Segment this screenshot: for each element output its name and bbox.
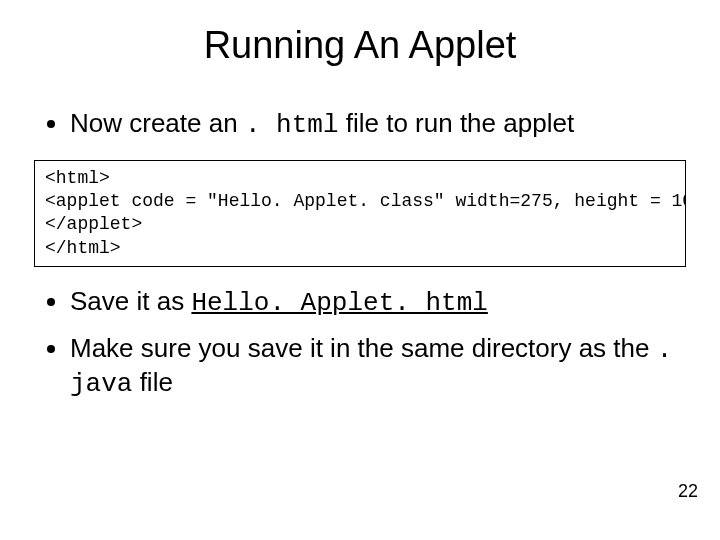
slide: Running An Applet Now create an . html f… (0, 0, 720, 540)
slide-body: Now create an . html file to run the app… (0, 77, 720, 401)
slide-title: Running An Applet (0, 0, 720, 77)
bullet-list-top: Now create an . html file to run the app… (30, 107, 690, 142)
page-number: 22 (678, 481, 698, 502)
bullet-list-bottom: Save it as Hello. Applet. html Make sure… (30, 285, 690, 401)
bullet1-text-a: Now create an (70, 108, 245, 138)
bullet3-text-a: Make sure you save it in the same direct… (70, 333, 657, 363)
bullet3-text-b: file (132, 367, 172, 397)
lower-section: Save it as Hello. Applet. html Make sure… (30, 285, 690, 401)
bullet-item-3: Make sure you save it in the same direct… (70, 332, 690, 401)
bullet1-code: . html (245, 110, 339, 140)
bullet-item-1: Now create an . html file to run the app… (70, 107, 690, 142)
bullet1-text-b: file to run the applet (339, 108, 575, 138)
code-box: <html> <applet code = "Hello. Applet. cl… (34, 160, 686, 268)
bullet2-code: Hello. Applet. html (191, 288, 487, 318)
bullet2-text-a: Save it as (70, 286, 191, 316)
bullet-item-2: Save it as Hello. Applet. html (70, 285, 690, 320)
